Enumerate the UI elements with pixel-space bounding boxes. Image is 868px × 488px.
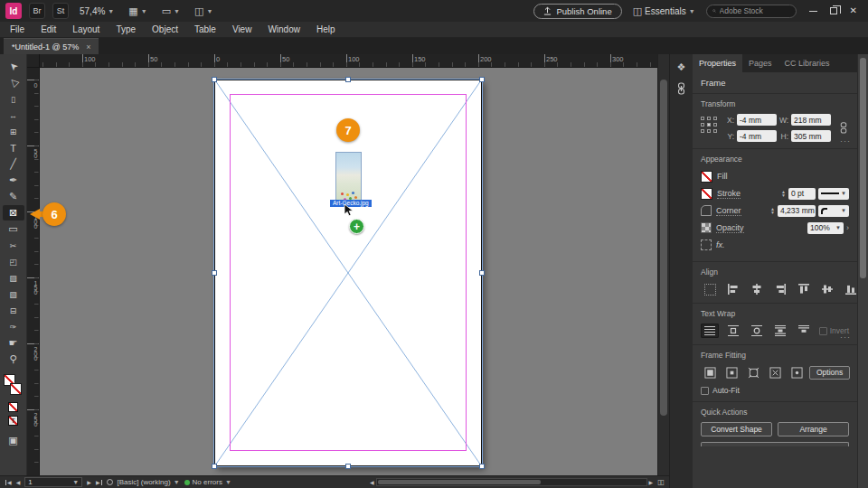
stock-button[interactable]: St [52,3,69,19]
w-field[interactable]: 218 mm [791,114,831,126]
rectangle-frame-tool[interactable]: ⊠ [3,205,24,221]
menu-table[interactable]: Table [186,22,224,38]
reference-point-grid[interactable] [701,117,720,136]
align-left-button[interactable] [724,282,742,296]
wrap-object-shape-button[interactable] [748,324,766,338]
frame-fitting-options-button[interactable]: Options [809,366,850,380]
rectangle-tool[interactable]: ▭ [3,221,24,237]
type-tool[interactable]: T [3,140,24,155]
document-vertical-scrollbar[interactable] [657,54,669,475]
view-options-dropdown[interactable]: ▦ ▼ [125,5,150,18]
fit-content-proportionally-button[interactable] [722,365,741,380]
tab-cc-libraries[interactable]: CC Libraries [778,54,836,72]
bridge-button[interactable]: Br [29,3,45,19]
menu-file[interactable]: File [2,22,33,38]
fill-swatch-icon[interactable] [701,171,712,183]
stock-search-box[interactable] [706,5,797,18]
selection-handle[interactable] [345,464,351,469]
align-top-button[interactable] [795,282,813,296]
preflight-profile-dropdown[interactable]: [Basic] (working) ▼ [118,478,180,486]
h-field[interactable]: 305 mm [791,130,831,142]
center-content-button[interactable] [788,365,806,380]
align-bottom-button[interactable] [842,282,857,296]
note-tool[interactable]: ⊟ [3,303,24,318]
selection-handle[interactable] [212,464,217,469]
gradient-feather-tool[interactable]: ▧ [3,286,24,302]
scrollbar-thumb[interactable] [660,80,667,416]
tab-pages[interactable]: Pages [742,54,778,72]
scroll-left-button[interactable]: ◀ [370,480,374,485]
screen-mode-button[interactable]: ▣ [8,435,17,446]
next-page-button[interactable]: ▶ [87,480,91,485]
fit-frame-to-content-button[interactable] [744,365,762,380]
menu-help[interactable]: Help [308,22,344,38]
scissors-tool[interactable]: ✂ [3,238,24,253]
gap-tool[interactable]: ↔ [3,108,24,123]
corner-shape-dropdown[interactable]: ▼ [818,205,849,217]
menu-window[interactable]: Window [259,22,308,38]
arrange-button[interactable]: Arrange [778,422,849,436]
jump-to-next-column-button[interactable] [795,324,813,338]
screen-mode-dropdown[interactable]: ▭ ▼ [158,5,184,18]
dragged-image-preview[interactable] [335,152,362,202]
scrollbar-thumb[interactable] [378,480,541,484]
invert-checkbox[interactable] [819,327,827,335]
selection-handle[interactable] [212,270,217,276]
line-tool[interactable]: ╱ [3,156,24,172]
gradient-swatch-tool[interactable]: ▨ [3,270,24,286]
cropped-action-button[interactable] [701,442,849,446]
effects-icon[interactable] [701,239,712,250]
jump-object-button[interactable] [771,324,789,338]
x-field[interactable]: -4 mm [737,114,777,126]
fill-stroke-proxy[interactable] [4,374,24,398]
stroke-swatch-icon[interactable] [10,383,22,395]
selection-handle[interactable] [345,77,351,82]
free-transform-tool[interactable]: ◰ [3,254,24,269]
menu-object[interactable]: Object [144,22,186,38]
first-page-button[interactable]: ◀ [5,480,12,485]
fill-frame-proportionally-button[interactable] [701,365,719,380]
align-to-button[interactable] [701,282,719,296]
hand-tool[interactable]: ☛ [3,335,24,351]
horizontal-scrollbar[interactable]: ◀ ▶ [370,478,653,486]
links-panel-icon[interactable] [675,82,687,95]
scroll-right-button[interactable]: ▶ [649,480,654,485]
selection-handle[interactable] [212,77,217,82]
scrollbar-thumb[interactable] [860,58,866,278]
close-tab-icon[interactable]: × [86,42,90,52]
align-right-button[interactable] [771,282,789,296]
zoom-level-dropdown[interactable]: 57,4% ▼ [76,5,118,18]
align-horizontal-center-button[interactable] [748,282,766,296]
menu-edit[interactable]: Edit [33,22,64,38]
transform-more-options[interactable]: ··· [840,137,851,145]
stroke-weight-stepper[interactable]: ▲▼ [781,190,786,198]
no-text-wrap-button[interactable] [701,324,719,338]
stroke-weight-field[interactable]: 0 pt [788,188,816,200]
menu-type[interactable]: Type [108,22,144,38]
arrange-documents-dropdown[interactable]: ◫ ▼ [191,5,216,18]
pencil-tool[interactable]: ✎ [3,189,24,204]
opacity-label[interactable]: Opacity [716,223,744,233]
publish-online-button[interactable]: Publish Online [533,4,621,19]
fx-button[interactable]: fx. [716,240,725,249]
fit-content-to-frame-button[interactable] [766,365,784,380]
stock-search-input[interactable] [720,6,790,15]
layers-panel-icon[interactable]: ❖ [677,61,686,73]
convert-shape-button[interactable]: Convert Shape [701,422,772,436]
corner-label[interactable]: Corner [716,206,741,216]
constrain-proportions-icon[interactable] [838,121,849,135]
spreads-view-icon[interactable]: ▯▯ [657,478,664,486]
vertical-ruler[interactable]: 0 50 100 150 200 250 [27,68,40,475]
selection-handle[interactable] [479,77,485,82]
minimize-icon[interactable] [809,11,817,12]
auto-fit-checkbox[interactable] [701,387,709,395]
selection-handle[interactable] [479,270,485,276]
panel-vertical-scrollbar[interactable] [857,54,868,488]
text-wrap-more-options[interactable]: ··· [840,333,851,342]
stroke-swatch-icon[interactable] [701,188,712,200]
page-number-dropdown[interactable]: 1 ▼ [24,477,82,487]
last-page-button[interactable]: ▶ [96,480,102,485]
workspace-switcher[interactable]: ◫ Essentials ▼ [629,5,699,18]
stroke-label[interactable]: Stroke [717,189,741,199]
fill-label[interactable]: Fill [717,172,728,181]
